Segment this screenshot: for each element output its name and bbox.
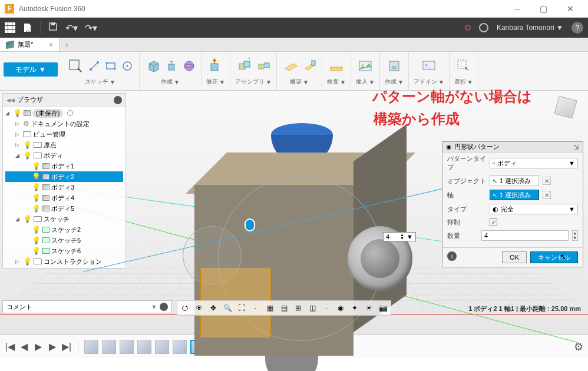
zoom-icon[interactable]: 🔍	[221, 302, 234, 314]
file-menu-icon[interactable]	[22, 22, 33, 33]
tree-sketch-folder[interactable]: ◢💡スケッチ	[5, 214, 123, 224]
quantity-spinner[interactable]: ▴▾	[572, 230, 578, 241]
tree-body-item-selected[interactable]: 💡ボディ2	[5, 171, 123, 182]
viewport-layout-icon[interactable]: ◫	[306, 302, 319, 314]
view-cube[interactable]	[553, 94, 579, 120]
data-panel-icon[interactable]	[5, 22, 15, 33]
save-icon[interactable]	[48, 21, 58, 34]
quantity-field[interactable]	[386, 233, 398, 240]
measure-icon[interactable]	[327, 57, 346, 75]
render-icon[interactable]: ◉	[334, 302, 347, 314]
pin-icon[interactable]	[114, 96, 122, 104]
minimize-button[interactable]: ─	[504, 0, 530, 18]
circle-icon[interactable]	[120, 57, 134, 75]
timeline-feature-sketch[interactable]	[84, 340, 98, 354]
cancel-button[interactable]: キャンセル↖	[530, 251, 578, 263]
activate-radio[interactable]	[67, 110, 73, 116]
comments-bar[interactable]: コメント ▼	[2, 300, 172, 313]
timeline-feature-extrude[interactable]	[102, 340, 116, 354]
user-menu[interactable]: Kanbara Tomonori ▼	[497, 24, 563, 32]
ribbon-label-insert[interactable]: 挿入 ▼	[356, 78, 375, 86]
snap-icon[interactable]: ⊞	[292, 302, 305, 314]
pattern-angle-handle[interactable]	[245, 218, 255, 231]
insert-decal-icon[interactable]	[356, 57, 375, 75]
ribbon-label-create[interactable]: 作成 ▼	[161, 78, 180, 86]
sphere-icon[interactable]	[182, 57, 196, 75]
timeline-feature-sketch[interactable]	[120, 340, 134, 354]
tree-doc-settings[interactable]: ▷⚙ドキュメントの設定	[5, 118, 123, 129]
tree-body-item[interactable]: 💡ボディ5	[5, 203, 123, 214]
tree-body-item[interactable]: 💡ボディ3	[5, 182, 123, 193]
camera-icon[interactable]: 📷	[376, 302, 389, 314]
ribbon-label-construct[interactable]: 構築 ▼	[290, 78, 309, 86]
timeline-feature-extrude[interactable]	[137, 340, 151, 354]
extrude-icon[interactable]	[166, 57, 180, 75]
info-icon[interactable]: i	[447, 251, 457, 261]
panel-pin-icon[interactable]: ⇲	[573, 143, 579, 151]
grid-settings-icon[interactable]: ▤	[278, 302, 290, 314]
tree-views[interactable]: ▷ビュー管理	[5, 129, 123, 140]
browser-header[interactable]: ◀◀ ブラウザ	[3, 94, 125, 107]
effects-icon[interactable]: ✦	[348, 302, 361, 314]
document-tab[interactable]: 無題* ×	[0, 38, 60, 51]
quantity-popup[interactable]: ▲▼ ▼	[383, 232, 416, 241]
pan-icon[interactable]: ✥	[207, 302, 220, 314]
ribbon-label-sketch[interactable]: スケッチ ▼	[85, 78, 115, 86]
pin-icon[interactable]	[160, 303, 168, 311]
quantity-dropdown-icon[interactable]: ▼	[407, 233, 413, 240]
look-at-icon[interactable]: 👁	[193, 302, 206, 314]
select-icon[interactable]	[454, 57, 473, 75]
line-icon[interactable]	[87, 57, 101, 75]
maximize-button[interactable]: ▢	[530, 0, 557, 18]
timeline-feature-sketch[interactable]	[155, 340, 169, 354]
panel-header[interactable]: ◉ 円形状パターン ⇲	[442, 142, 583, 153]
3d-print-icon[interactable]	[385, 57, 404, 75]
joint-icon[interactable]	[257, 57, 271, 75]
box-icon[interactable]	[144, 57, 163, 75]
axis-selector[interactable]: ↖ 1 選択済み	[490, 190, 539, 200]
tree-construction-folder[interactable]: ▷💡コンストラクション	[5, 256, 123, 267]
timeline-end-icon[interactable]: ▶|	[61, 341, 72, 352]
job-status-icon[interactable]	[479, 23, 488, 32]
quantity-input[interactable]	[481, 230, 569, 241]
chevron-down-icon[interactable]: ▼	[151, 303, 157, 310]
orbit-icon[interactable]: ⭯	[179, 302, 191, 314]
ribbon-label-assembly[interactable]: アセンブリ ▼	[235, 78, 272, 86]
scripts-icon[interactable]: >_	[419, 57, 438, 75]
timeline-feature-extrude[interactable]	[173, 340, 187, 354]
collapse-icon[interactable]: ◀◀	[6, 97, 15, 103]
construct-plane-icon[interactable]	[282, 57, 300, 75]
create-sketch-icon[interactable]	[66, 57, 85, 75]
objects-selector[interactable]: ↖ 1 選択済み	[490, 175, 539, 186]
clear-objects-button[interactable]: ✕	[543, 177, 551, 185]
construct-axis-icon[interactable]	[303, 57, 317, 75]
tree-sketch-item[interactable]: 💡スケッチ5	[5, 235, 123, 246]
timeline-prev-icon[interactable]: ◀	[19, 341, 29, 352]
ribbon-label-modify[interactable]: 修正 ▼	[206, 78, 225, 86]
ok-button[interactable]: OK	[502, 251, 527, 263]
pattern-type-dropdown[interactable]: ▫ ボディ ▼	[490, 158, 578, 168]
redo-icon[interactable]: ↷▾	[85, 22, 97, 34]
timeline-next-icon[interactable]: ▶	[47, 341, 58, 352]
environment-icon[interactable]: ☀	[362, 302, 375, 314]
close-button[interactable]: ✕	[557, 0, 583, 18]
tree-body-item[interactable]: 💡ボディ4	[5, 193, 123, 203]
body-cylinder-bottom[interactable]	[265, 356, 318, 371]
help-icon[interactable]: ?	[572, 22, 583, 34]
ribbon-label-make[interactable]: 作成 ▼	[385, 78, 404, 86]
tree-origin[interactable]: ▷💡原点	[5, 140, 123, 150]
display-settings-icon[interactable]: ▦	[263, 302, 276, 314]
fit-icon[interactable]: ⛶	[235, 302, 248, 314]
ribbon-label-inspect[interactable]: 検査 ▼	[327, 78, 346, 86]
press-pull-icon[interactable]	[206, 57, 225, 75]
tab-close-icon[interactable]: ×	[48, 40, 53, 49]
new-component-icon[interactable]: +	[236, 57, 255, 75]
tree-sketch-item[interactable]: 💡スケッチ2	[5, 224, 123, 235]
timeline-play-icon[interactable]: ▶	[33, 341, 44, 352]
undo-icon[interactable]: ↶▾	[65, 22, 78, 34]
clear-axis-button[interactable]: ✕	[543, 191, 551, 199]
workspace-switcher[interactable]: モデル ▼	[4, 62, 58, 77]
tree-bodies-folder[interactable]: ◢💡ボディ	[5, 150, 123, 161]
suppress-checkbox[interactable]: ✓	[490, 218, 497, 226]
record-icon[interactable]	[465, 25, 471, 31]
